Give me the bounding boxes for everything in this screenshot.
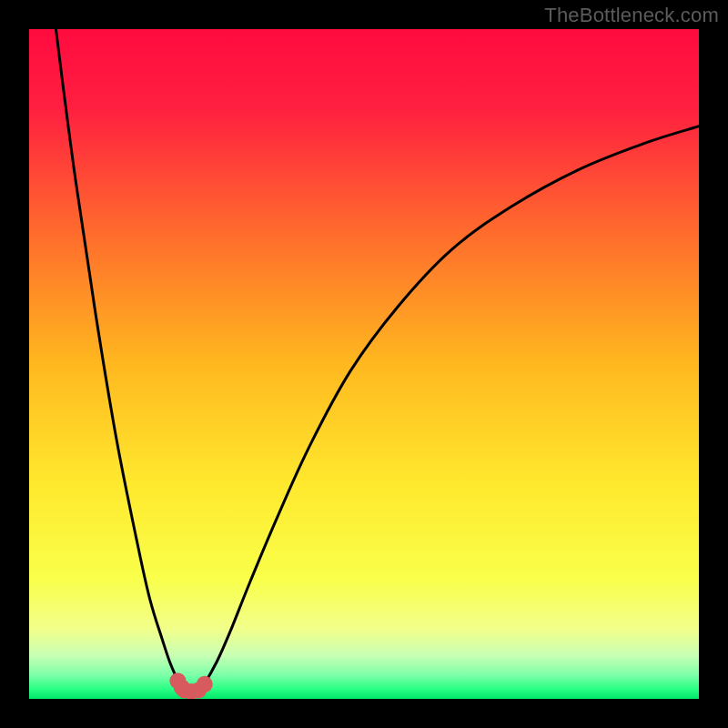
gradient-background — [29, 29, 699, 699]
watermark-text: TheBottleneck.com — [544, 4, 719, 27]
plot-area — [29, 29, 699, 699]
valley-marker — [197, 676, 213, 693]
chart-svg — [29, 29, 699, 699]
chart-frame: TheBottleneck.com — [0, 0, 728, 728]
